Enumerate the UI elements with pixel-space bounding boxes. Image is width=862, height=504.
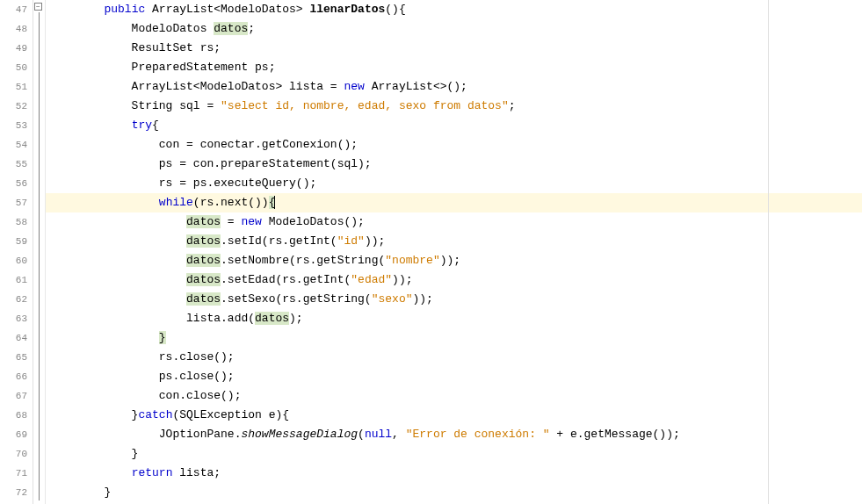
code-token (49, 119, 132, 132)
code-token: ArrayList<>(); (365, 80, 467, 93)
line-number: 48 (0, 19, 27, 39)
code-token: con = conectar.getConexion(); (49, 138, 358, 151)
code-token: datos (186, 215, 221, 228)
code-token: showMessageDialog (241, 428, 358, 441)
code-token (49, 3, 104, 16)
code-line[interactable]: datos.setEdad(rs.getInt("edad")); (46, 270, 862, 290)
code-token: null (365, 428, 392, 441)
fold-collapse-icon[interactable]: − (34, 3, 42, 11)
code-line[interactable]: ArrayList<ModeloDatos> lista = new Array… (46, 77, 862, 97)
line-number: 60 (0, 251, 27, 270)
code-line[interactable]: } (46, 444, 862, 464)
code-line[interactable]: while(rs.next()){ (46, 193, 862, 212)
code-token: while (159, 196, 193, 209)
line-number: 70 (0, 444, 27, 464)
code-line[interactable]: lista.add(datos); (46, 309, 862, 328)
code-line[interactable]: public ArrayList<ModeloDatos> llenarDato… (46, 0, 862, 19)
code-token: datos (255, 312, 289, 325)
code-line[interactable]: datos.setSexo(rs.getString("sexo")); (46, 290, 862, 309)
fold-column: − (33, 0, 46, 504)
code-token: llenarDatos (309, 3, 385, 16)
code-line[interactable]: } (46, 483, 862, 502)
code-line[interactable]: String sql = "select id, nombre, edad, s… (46, 97, 862, 116)
code-line[interactable]: JOptionPane.showMessageDialog(null, "Err… (46, 425, 862, 444)
code-token (49, 234, 186, 248)
code-token (49, 331, 159, 344)
code-line[interactable]: ModeloDatos datos; (46, 19, 862, 39)
code-line[interactable]: con = conectar.getConexion(); (46, 135, 862, 155)
code-token: ResultSet rs; (49, 41, 221, 54)
code-token: lista.add( (49, 312, 255, 325)
code-token: = (221, 215, 241, 228)
code-token: } (49, 408, 138, 421)
code-token: ; (509, 99, 516, 112)
code-line[interactable]: ResultSet rs; (46, 39, 862, 58)
code-area[interactable]: public ArrayList<ModeloDatos> llenarDato… (46, 0, 862, 504)
code-token: ArrayList<ModeloDatos> (145, 3, 309, 16)
code-token: )); (392, 273, 412, 286)
line-number: 68 (0, 406, 27, 425)
code-token: "Error de conexión: " (406, 428, 550, 441)
code-token: public (104, 3, 145, 16)
line-number: 61 (0, 270, 27, 290)
code-token: } (49, 447, 138, 460)
line-number: 65 (0, 348, 27, 367)
code-token: "sexo" (372, 292, 413, 306)
code-token (49, 273, 186, 286)
code-token: } (49, 486, 111, 499)
code-token: .setId(rs.getInt( (221, 234, 337, 248)
code-line[interactable]: PreparedStatement ps; (46, 58, 862, 77)
code-token: )); (413, 292, 433, 306)
code-token (49, 215, 186, 228)
code-token: + e.getMessage()); (550, 428, 680, 441)
line-number: 62 (0, 290, 27, 309)
code-token: lista; (172, 466, 221, 479)
code-token: , (392, 428, 406, 441)
code-line[interactable]: datos.setId(rs.getInt("id")); (46, 232, 862, 251)
code-token: rs.close(); (49, 350, 235, 364)
code-token: (rs.next()) (193, 196, 269, 209)
line-number: 49 (0, 39, 27, 58)
code-line[interactable]: ps = con.prepareStatement(sql); (46, 155, 862, 174)
code-token: catch (138, 408, 172, 421)
code-line[interactable]: rs = ps.executeQuery(); (46, 174, 862, 193)
code-line[interactable]: con.close(); (46, 386, 862, 406)
code-token: new (344, 80, 364, 93)
line-number: 63 (0, 309, 27, 328)
code-line[interactable]: try{ (46, 116, 862, 135)
line-number: 67 (0, 386, 27, 406)
code-token: "select id, nombre, edad, sexo from dato… (221, 99, 509, 112)
code-token: "nombre" (385, 254, 439, 267)
code-token: ModeloDatos (49, 22, 214, 35)
code-token: { (152, 119, 159, 132)
code-token: try (132, 119, 152, 132)
code-token (49, 254, 186, 267)
line-number: 69 (0, 425, 27, 444)
code-line[interactable]: ps.close(); (46, 367, 862, 386)
line-number: 64 (0, 328, 27, 348)
line-number: 66 (0, 367, 27, 386)
code-line[interactable]: return lista; (46, 464, 862, 483)
code-token: ArrayList<ModeloDatos> lista = (49, 80, 344, 93)
line-number: 59 (0, 232, 27, 251)
code-token: .setNombre(rs.getString( (221, 254, 385, 267)
code-token: ps.close(); (49, 370, 235, 383)
line-number: 50 (0, 58, 27, 77)
code-token: return (132, 466, 173, 479)
code-token: datos (186, 292, 221, 306)
line-number: 47 (0, 0, 27, 19)
code-token: PreparedStatement ps; (49, 61, 275, 74)
code-token: .setEdad(rs.getInt( (221, 273, 351, 286)
code-token: ( (358, 428, 365, 441)
code-token: con.close(); (49, 389, 241, 402)
code-line[interactable]: } (46, 328, 862, 348)
line-number: 52 (0, 97, 27, 116)
code-token: .setSexo(rs.getString( (221, 292, 372, 306)
code-line[interactable]: }catch(SQLException e){ (46, 406, 862, 425)
code-line[interactable]: rs.close(); (46, 348, 862, 367)
code-line[interactable]: datos = new ModeloDatos(); (46, 212, 862, 232)
line-number: 56 (0, 174, 27, 193)
code-line[interactable]: datos.setNombre(rs.getString("nombre")); (46, 251, 862, 270)
line-number: 58 (0, 212, 27, 232)
code-editor[interactable]: 4748495051525354555657585960616263646566… (0, 0, 862, 504)
